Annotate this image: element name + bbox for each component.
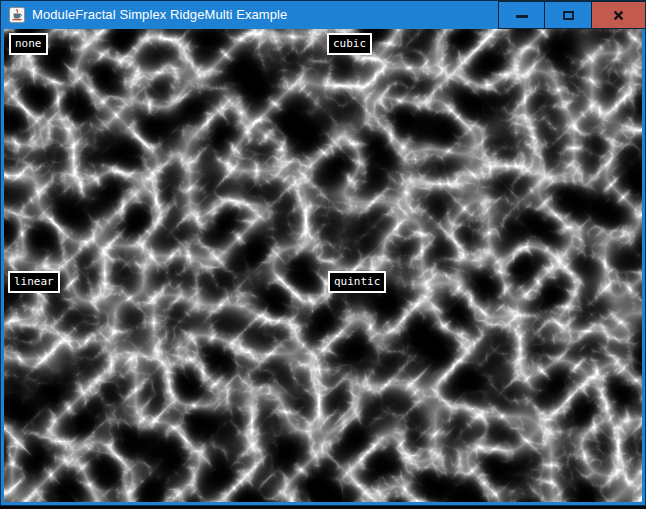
maximize-button[interactable]: [545, 1, 592, 29]
close-button[interactable]: [592, 1, 645, 29]
interp-label-linear: linear: [8, 271, 60, 293]
maximize-icon: [563, 11, 574, 20]
java-coffee-cup-icon[interactable]: [9, 7, 25, 23]
minimize-button[interactable]: [498, 1, 545, 29]
interp-label-cubic: cubic: [327, 33, 372, 55]
close-icon: [613, 10, 624, 21]
app-window: ModuleFractal Simplex RidgeMulti Example…: [0, 0, 646, 506]
window-title: ModuleFractal Simplex RidgeMulti Example: [32, 7, 498, 23]
interp-label-quintic: quintic: [328, 271, 386, 293]
window-controls: [498, 1, 645, 29]
minimize-icon: [516, 15, 528, 18]
noise-view: none cubic linear quintic: [4, 29, 642, 502]
interp-label-none: none: [9, 33, 48, 55]
noise-render-canvas: [4, 29, 642, 502]
titlebar[interactable]: ModuleFractal Simplex RidgeMulti Example: [1, 1, 645, 29]
desktop-background: { "window": { "title": "ModuleFractal Si…: [0, 0, 646, 509]
